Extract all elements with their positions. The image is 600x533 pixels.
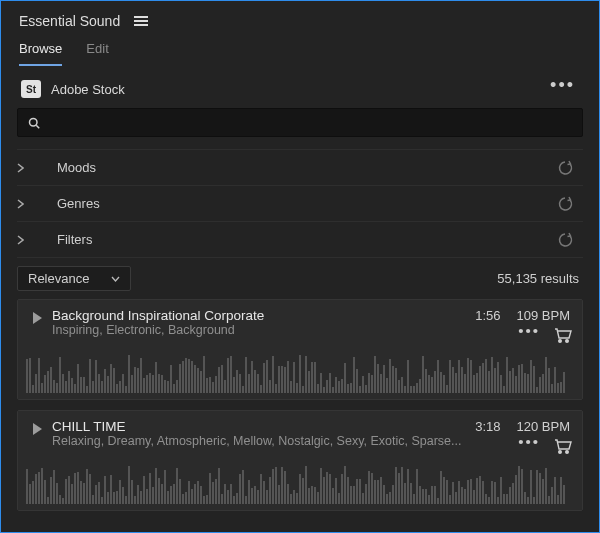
play-button[interactable] [26,312,48,341]
track-tags: Inspiring, Electronic, Background [52,323,475,337]
chevron-right-icon [17,235,57,245]
panel-title: Essential Sound [19,13,120,29]
svg-point-0 [30,118,38,126]
waveform[interactable] [26,462,570,504]
svg-line-1 [36,125,39,128]
adobe-stock-label: Adobe Stock [51,82,536,97]
sort-selected: Relevance [28,271,89,286]
cart-icon[interactable] [554,327,570,341]
panel-menu-icon[interactable] [134,14,150,28]
chevron-down-icon [111,276,120,282]
svg-point-4 [559,451,562,454]
panel-content: St Adobe Stock ••• Moods [1,66,599,532]
track-duration: 1:56 [475,308,500,323]
svg-point-2 [559,340,562,343]
track-title: CHILL TIME [52,419,475,434]
track-duration: 3:18 [475,419,500,434]
play-icon [33,423,42,435]
play-button[interactable] [26,423,48,452]
filter-label: Moods [57,160,557,175]
track-tags: Relaxing, Dreamy, Atmospheric, Mellow, N… [52,434,475,448]
filter-label: Genres [57,196,557,211]
essential-sound-panel: Essential Sound Browse Edit St Adobe Sto… [0,0,600,533]
search-input[interactable] [48,115,572,130]
tab-browse[interactable]: Browse [19,41,62,66]
reset-icon[interactable] [557,195,575,213]
waveform[interactable] [26,351,570,393]
chevron-right-icon [17,163,57,173]
sort-bar: Relevance 55,135 results [17,258,583,299]
track-more-icon[interactable]: ••• [514,322,544,339]
adobe-stock-row: St Adobe Stock ••• [17,76,583,108]
adobe-stock-badge-icon: St [21,80,41,98]
filter-moods[interactable]: Moods [17,149,583,185]
filter-genres[interactable]: Genres [17,185,583,221]
tab-edit[interactable]: Edit [86,41,108,66]
track-row[interactable]: CHILL TIME Relaxing, Dreamy, Atmospheric… [17,410,583,511]
svg-point-3 [566,340,569,343]
results-count: 55,135 results [497,271,579,286]
play-icon [33,312,42,324]
cart-icon[interactable] [554,438,570,452]
track-row[interactable]: Background Inspirational Corporate Inspi… [17,299,583,400]
track-more-icon[interactable]: ••• [514,433,544,450]
reset-icon[interactable] [557,231,575,249]
filters-section: Moods Genres Filters [17,149,583,258]
chevron-right-icon [17,199,57,209]
track-list: Background Inspirational Corporate Inspi… [17,299,583,532]
svg-point-5 [566,451,569,454]
filter-filters[interactable]: Filters [17,221,583,257]
search-field[interactable] [17,108,583,137]
track-title: Background Inspirational Corporate [52,308,475,323]
sort-dropdown[interactable]: Relevance [17,266,131,291]
filter-label: Filters [57,232,557,247]
search-icon [28,117,40,129]
panel-header: Essential Sound [1,1,599,35]
stock-more-icon[interactable]: ••• [546,75,579,96]
reset-icon[interactable] [557,159,575,177]
panel-tabs: Browse Edit [1,35,599,66]
